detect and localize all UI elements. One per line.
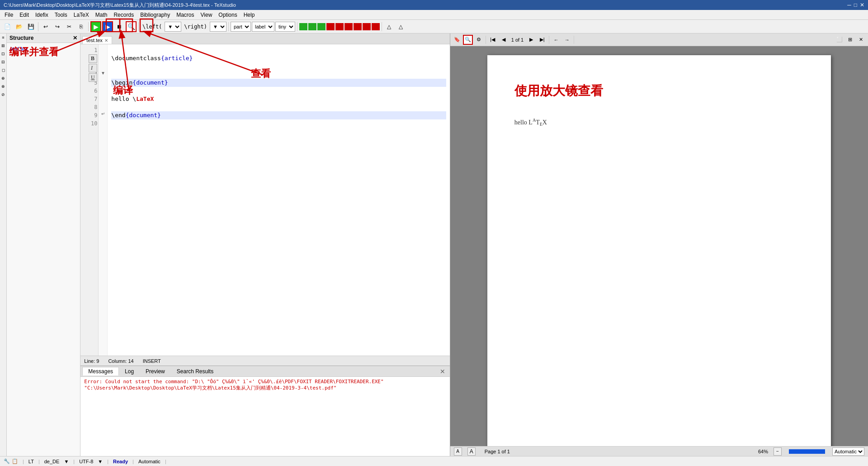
title-text: C:\Users\Mark\Desktop\Dosktop\LaTeX学习文档\…	[4, 2, 236, 9]
pdf-close-btn[interactable]: ✕	[856, 35, 866, 45]
pdf-first-btn[interactable]: |◀	[488, 35, 498, 45]
label-select[interactable]: label	[252, 22, 274, 32]
pdf-content[interactable]: 使用放大镜查看 hello LATEX 1	[450, 46, 868, 446]
copy-button[interactable]: ⎘	[75, 21, 86, 32]
sym-b[interactable]: B	[89, 54, 97, 63]
menu-bibliography[interactable]: Bibliography	[137, 11, 173, 19]
format-btn-2[interactable]	[308, 23, 316, 30]
menu-options[interactable]: Options	[216, 11, 240, 19]
pdf-maximize-btn[interactable]: ⬜	[835, 35, 844, 45]
sidebar-icon-5[interactable]: ◻	[0, 67, 6, 73]
pdf-right-controls: ⬜ ⊞ ✕	[835, 35, 866, 45]
tab-search-results[interactable]: Search Results	[171, 367, 219, 376]
menu-records[interactable]: Records	[111, 11, 137, 19]
pdf-next-btn[interactable]: ▶	[526, 35, 536, 45]
toolbar-sep-6	[382, 22, 382, 31]
format-btn-6[interactable]	[344, 23, 353, 30]
menu-idefix[interactable]: Idefix	[33, 11, 51, 19]
pdf-font-decrease[interactable]: A	[454, 447, 462, 456]
bottom-panel-close[interactable]: ✕	[437, 368, 448, 375]
format-btn-3[interactable]	[317, 23, 326, 30]
redo-button[interactable]: ↪	[52, 21, 63, 32]
size-select[interactable]: tiny	[275, 22, 295, 32]
left-paren-text: \left(	[141, 24, 164, 30]
pdf-zoom-out[interactable]: −	[774, 447, 782, 456]
toolbar-sep-1	[38, 22, 38, 31]
structure-close[interactable]: ✕	[73, 35, 77, 41]
sidebar-icon-3[interactable]: ⊡	[0, 51, 6, 57]
menu-tools[interactable]: Tools	[52, 11, 70, 19]
menu-latex[interactable]: LaTeX	[71, 11, 92, 19]
status-icon-1[interactable]: 🔧	[4, 458, 10, 464]
status-icon-2[interactable]: 📋	[12, 458, 18, 464]
pdf-layout-select[interactable]: Automatic	[832, 447, 864, 456]
bottom-panel: Messages Log Preview Search Results ✕ Er…	[80, 366, 449, 456]
toolbar: 📄 📂 💾 ↩ ↪ ✂ ⎘ ▶ ▶ ⏹ 🔍 \left( ▼ \right) ▼…	[0, 20, 868, 33]
pdf-fwd-btn[interactable]: →	[562, 35, 572, 45]
right-paren-select[interactable]: ▼	[210, 22, 226, 32]
menu-file[interactable]: File	[2, 11, 16, 19]
compile-button[interactable]: ▶	[102, 21, 113, 32]
sidebar-icon-6[interactable]: ⊕	[0, 75, 6, 81]
pdf-sep-1	[486, 36, 486, 44]
structure-file[interactable]: test.tex	[9, 45, 78, 53]
save-button[interactable]: 💾	[25, 21, 36, 32]
code-line-9: \end{document}	[111, 111, 446, 119]
pdf-zoom-bar[interactable]	[789, 449, 825, 454]
pdf-page-info: 1 of 1	[509, 37, 526, 43]
pdf-search-btn[interactable]: 🔍	[463, 35, 473, 45]
format-btn-1[interactable]	[299, 23, 307, 30]
sym-i[interactable]: I	[89, 64, 97, 72]
minimize-button[interactable]: ─	[847, 2, 851, 8]
pdf-bookmark-btn[interactable]: 🔖	[452, 35, 462, 45]
stop-button[interactable]: ⏹	[114, 21, 125, 32]
open-button[interactable]: 📂	[14, 21, 24, 32]
cut-button[interactable]: ✂	[64, 21, 75, 32]
pdf-last-btn[interactable]: ▶|	[537, 35, 547, 45]
format-btn-7[interactable]	[354, 23, 362, 30]
format-btn-4[interactable]	[326, 23, 335, 30]
pdf-font-increase[interactable]: A	[467, 447, 476, 456]
sidebar-icon-2[interactable]: ⊞	[0, 43, 6, 49]
editor-tab-test[interactable]: test.tex ✕	[82, 36, 112, 44]
search-button[interactable]: 🔍	[126, 21, 137, 32]
sidebar-icon-8[interactable]: ⊘	[0, 91, 6, 98]
pdf-btn-3[interactable]: ⚙	[474, 35, 484, 45]
menu-bar: File Edit Idefix Tools LaTeX Math Record…	[0, 10, 868, 20]
undo-button[interactable]: ↩	[40, 21, 51, 32]
part-select[interactable]: part	[231, 22, 251, 32]
sidebar-icon-7[interactable]: ⊗	[0, 83, 6, 90]
pdf-restore-btn[interactable]: ⊞	[845, 35, 855, 45]
menu-math[interactable]: Math	[93, 11, 110, 19]
left-paren-select[interactable]: ▼	[165, 22, 181, 32]
triangle-btn-2[interactable]: △	[396, 21, 406, 32]
sidebar-icon-4[interactable]: ⊟	[0, 59, 6, 65]
maximize-button[interactable]: □	[854, 2, 857, 8]
sidebar-icon-1[interactable]: ≡	[0, 34, 6, 41]
left-sidebar: ≡ ⊞ ⊡ ⊟ ◻ ⊕ ⊗ ⊘	[0, 33, 7, 456]
tab-close[interactable]: ✕	[104, 38, 108, 43]
pdf-prev-btn[interactable]: ◀	[499, 35, 509, 45]
format-btn-9[interactable]	[372, 23, 380, 30]
menu-view[interactable]: View	[198, 11, 215, 19]
pdf-back-btn[interactable]: ←	[551, 35, 561, 45]
code-editor[interactable]: \documentclass{article} \begin{document}…	[108, 44, 449, 356]
format-btn-8[interactable]	[363, 23, 371, 30]
menu-macros[interactable]: Macros	[174, 11, 197, 19]
sym-u[interactable]: U	[89, 73, 97, 82]
compile-view-button[interactable]: ▶	[90, 21, 101, 32]
pdf-zoom: 64%	[758, 449, 768, 454]
close-button[interactable]: ✕	[860, 2, 864, 8]
menu-edit[interactable]: Edit	[17, 11, 32, 19]
menu-help[interactable]: Help	[241, 11, 258, 19]
tab-preview[interactable]: Preview	[140, 367, 171, 376]
triangle-btn-1[interactable]: △	[384, 21, 395, 32]
tab-messages[interactable]: Messages	[82, 367, 119, 376]
new-button[interactable]: 📄	[2, 21, 13, 32]
structure-content: test.tex	[7, 43, 80, 55]
pdf-sep-3	[574, 36, 574, 44]
format-btn-5[interactable]	[335, 23, 344, 30]
pdf-page-label: Page 1 of 1	[485, 449, 510, 454]
symbol-palette: B I U	[89, 54, 97, 82]
tab-log[interactable]: Log	[119, 367, 140, 376]
